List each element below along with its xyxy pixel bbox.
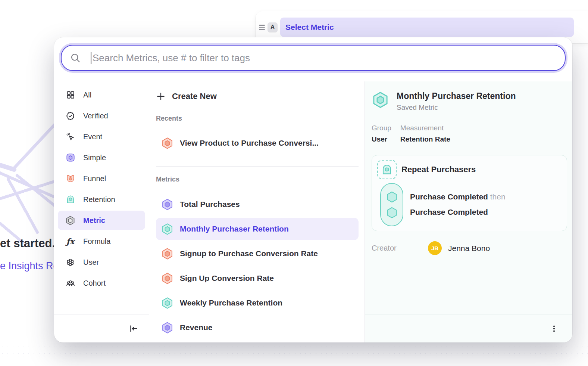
select-metric-label: Select Metric <box>285 23 334 32</box>
metric-item-monthly-purchaser-retention[interactable]: Monthly Purchaser Retention <box>156 218 359 240</box>
filter-sidebar: All Verified <box>54 81 149 342</box>
app-screen: et started. e Insights Re A Select Metri… <box>0 0 588 366</box>
cohort-people-icon <box>65 278 75 288</box>
collapse-sidebar-button[interactable] <box>128 323 139 334</box>
sidebar-item-simple[interactable]: Simple <box>58 148 145 167</box>
details-meta: Group User Measurement Retention Rate <box>372 124 566 143</box>
cursor-click-icon <box>65 132 75 142</box>
search-input[interactable] <box>93 47 565 69</box>
group-value: User <box>372 135 391 143</box>
funnel-icon <box>65 174 75 184</box>
plus-icon <box>156 92 166 101</box>
background-insights-report-link[interactable]: e Insights Re <box>0 260 59 272</box>
definition-steps: Purchase Completed then Purchase Complet… <box>410 183 506 226</box>
metric-definition-card: Repeat Purchasers Purchase Comp <box>372 155 567 231</box>
sidebar-item-funnel[interactable]: Funnel <box>58 169 145 188</box>
metric-item-total-purchases[interactable]: Total Purchases <box>156 193 359 215</box>
group-meta: Group User <box>372 124 391 143</box>
step-connector: then <box>490 192 506 201</box>
metric-hexagon-icon <box>161 297 173 309</box>
definition-header: Repeat Purchasers <box>377 160 562 179</box>
measurement-value: Retention Rate <box>400 135 450 143</box>
select-metric-button[interactable]: Select Metric <box>280 18 574 37</box>
creator-label: Creator <box>372 244 428 252</box>
metric-hexagon-icon <box>161 272 173 285</box>
metric-item-revenue[interactable]: Revenue <box>156 316 359 339</box>
metric-hexagon-icon <box>65 215 75 226</box>
recents-header: Recents <box>156 115 359 122</box>
metrics-header: Metrics <box>156 176 359 183</box>
metric-list-panel: Create New Recents View Product to Purch… <box>149 81 365 342</box>
metric-hexagon-icon <box>161 248 173 260</box>
creator-name: Jenna Bono <box>448 244 490 253</box>
measurement-label: Measurement <box>400 124 450 132</box>
retention-arch-icon <box>65 195 75 205</box>
metric-picker-modal: All Verified <box>54 37 572 342</box>
collapse-left-icon <box>129 324 138 334</box>
metrics-list: Total Purchases Monthly Purchaser Retent… <box>156 193 359 339</box>
step-2-event: Purchase Completed <box>410 208 488 216</box>
more-options-button[interactable] <box>548 323 560 334</box>
section-divider <box>156 166 359 167</box>
search-box <box>61 45 566 71</box>
verified-badge-icon <box>65 111 75 121</box>
grid-icon <box>65 90 75 100</box>
sidebar-item-event[interactable]: Event <box>58 127 145 146</box>
kebab-menu-icon <box>550 324 559 333</box>
saved-metric-hexagon-icon <box>372 91 389 109</box>
sidebar-footer <box>54 314 149 342</box>
details-title: Monthly Purchaser Retention <box>397 91 516 101</box>
metric-item-sign-up-conversion-rate[interactable]: Sign Up Conversion Rate <box>156 267 359 289</box>
step-1-event: Purchase Completed <box>410 192 488 201</box>
background-dot-pattern <box>0 345 588 360</box>
sidebar-item-user[interactable]: User <box>58 252 145 272</box>
user-cluster-icon <box>65 257 75 267</box>
funnel-metric-hexagon-icon <box>161 137 173 149</box>
details-header: Monthly Purchaser Retention Saved Metric <box>372 91 566 112</box>
sidebar-item-retention[interactable]: Retention <box>58 190 145 209</box>
metric-item-signup-to-purchase-conversion-rate[interactable]: Signup to Purchase Conversion Rate <box>156 242 359 265</box>
metric-hexagon-icon <box>161 198 173 211</box>
simple-metric-icon <box>65 153 75 163</box>
sidebar-item-verified[interactable]: Verified <box>58 106 145 125</box>
metric-item-weekly-purchase-retention[interactable]: Weekly Purchase Retention <box>156 292 359 314</box>
metric-hexagon-icon <box>161 322 173 334</box>
definition-name: Repeat Purchasers <box>401 165 476 174</box>
sidebar-item-all[interactable]: All <box>58 85 145 105</box>
measurement-meta: Measurement Retention Rate <box>400 124 450 143</box>
decorative-chart-lines <box>0 120 60 250</box>
sidebar-item-metric[interactable]: Metric <box>58 211 145 230</box>
details-subtitle: Saved Metric <box>397 103 516 112</box>
formula-fx-icon: ƒx <box>65 236 75 246</box>
sidebar-item-cohort[interactable]: Cohort <box>58 273 145 293</box>
retention-definition-icon <box>377 160 397 179</box>
creator-row: Creator JB Jenna Bono <box>372 241 566 255</box>
recent-metric-item[interactable]: View Product to Purchase Conversi... <box>156 133 359 153</box>
create-new-button[interactable]: Create New <box>156 89 359 104</box>
details-footer <box>365 314 572 342</box>
event-hexagon-icon <box>385 206 398 219</box>
drag-handle-icon[interactable] <box>259 25 265 30</box>
text-cursor <box>91 52 91 64</box>
sidebar-item-formula[interactable]: ƒx Formula <box>58 232 145 251</box>
search-icon <box>70 53 81 63</box>
metric-details-panel: Monthly Purchaser Retention Saved Metric… <box>365 81 572 342</box>
group-label: Group <box>372 124 391 132</box>
metric-hexagon-icon <box>161 223 173 235</box>
definition-body: Purchase Completed then Purchase Complet… <box>377 183 562 226</box>
event-sequence-capsule <box>380 183 403 226</box>
creator-avatar: JB <box>428 241 442 255</box>
row-label-badge: A <box>268 22 278 32</box>
event-hexagon-icon <box>385 190 398 204</box>
background-get-started-text: et started. <box>0 237 55 250</box>
modal-body: All Verified <box>54 81 572 342</box>
